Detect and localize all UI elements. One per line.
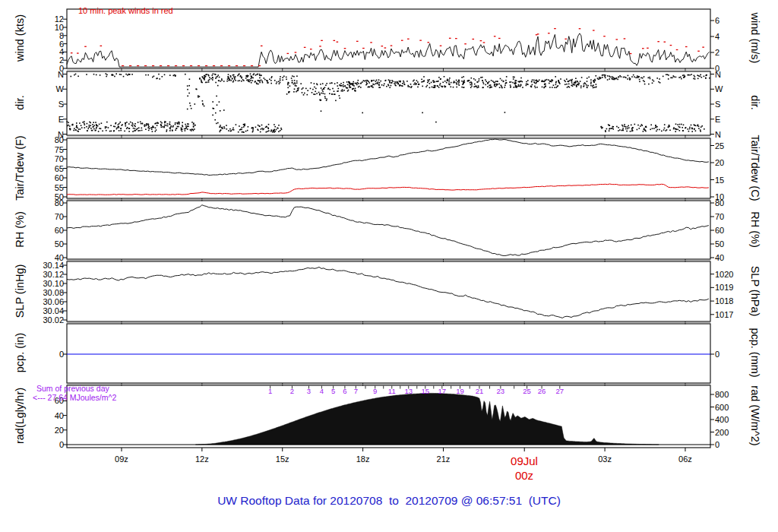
dir-dot (342, 89, 343, 90)
wind-peak-dash (243, 65, 245, 66)
dir-dot (511, 81, 512, 83)
left-tick-label-tair: 55 (29, 183, 64, 192)
dir-dot (510, 86, 511, 87)
dir-dot (514, 83, 516, 84)
dir-dot (668, 127, 669, 128)
dir-dot (155, 131, 157, 132)
dir-dot (282, 77, 283, 78)
dir-dot (259, 82, 261, 84)
mj-sum-label: 9 (368, 387, 382, 395)
wind-peak-dot (455, 38, 457, 39)
dir-dot (189, 103, 191, 104)
wind-peak-dot (310, 49, 312, 49)
dir-dot (378, 79, 380, 81)
dir-dot (70, 129, 71, 131)
dir-dot (215, 78, 217, 79)
dir-dot (167, 123, 169, 125)
dir-dot (555, 84, 557, 86)
dir-dot (250, 80, 251, 81)
dir-dot (705, 78, 707, 79)
dir-dot (590, 81, 592, 83)
dir-dot (288, 82, 289, 84)
dir-dot (574, 84, 576, 86)
dir-dot (226, 128, 228, 130)
dir-dot (166, 129, 168, 131)
dir-dot (458, 82, 460, 84)
dir-dot (383, 85, 384, 87)
dir-dot (221, 78, 223, 80)
dir-dot (346, 87, 347, 88)
dir-dot (440, 78, 441, 80)
dir-dot (135, 130, 137, 131)
dir-dot (134, 128, 136, 130)
dir-dot (261, 74, 262, 76)
dir-dot (663, 129, 665, 131)
dir-dot (93, 126, 94, 128)
dir-dot (255, 81, 256, 82)
dir-dot (487, 86, 489, 87)
dir-dot (86, 126, 87, 128)
dir-dot (146, 124, 147, 125)
dir-dot (106, 126, 107, 128)
dir-dot (670, 78, 672, 79)
dir-dot (220, 110, 221, 112)
dir-dot (169, 128, 171, 130)
dir-dot (343, 82, 344, 84)
dir-dot (423, 76, 425, 78)
dir-dot (434, 85, 435, 87)
dir-dot (682, 130, 684, 131)
dir-dot (599, 77, 600, 78)
wind-peak-dot (391, 45, 393, 46)
dir-dot (190, 105, 191, 106)
dir-dot (148, 125, 150, 127)
dir-dot (313, 93, 315, 95)
dir-dot (637, 129, 638, 131)
right-tick-label-rad: 800 (715, 390, 729, 399)
dir-dot (220, 81, 222, 82)
dir-dot (580, 85, 582, 87)
dir-dot (571, 82, 573, 84)
dir-dot (664, 128, 666, 129)
left-tick-label-rh: 60 (29, 226, 64, 235)
dir-dot (499, 87, 501, 88)
dir-dot (81, 127, 83, 128)
dir-dot (344, 86, 346, 87)
dir-dot (674, 76, 675, 78)
dir-dot (602, 74, 604, 76)
dir-dot (403, 81, 405, 83)
x-axis-label: 03z (588, 454, 621, 464)
dir-dot (273, 130, 274, 131)
dir-dot (96, 74, 97, 76)
dir-dot (128, 74, 130, 75)
dir-dot (153, 76, 155, 78)
dir-dot (689, 74, 691, 76)
dir-dot (590, 79, 592, 81)
dir-dot (378, 81, 379, 83)
wind-peak-dot (537, 33, 539, 34)
dir-dot (267, 82, 269, 84)
dir-dot (268, 130, 270, 131)
dir-dot (590, 85, 592, 87)
dir-dot (175, 122, 176, 124)
dir-dot (185, 125, 187, 127)
dir-dot (222, 128, 223, 129)
dir-dot (641, 125, 643, 126)
dir-dot (175, 129, 176, 131)
dir-dot (84, 121, 85, 122)
dir-dot (406, 81, 408, 82)
dir-dot (138, 128, 140, 129)
dir-dot (90, 128, 92, 129)
dir-dot (101, 122, 103, 124)
dir-dot (500, 78, 501, 80)
dir-dot (123, 76, 125, 78)
wind-peak-dash (182, 65, 185, 66)
dir-dot (340, 83, 342, 84)
dir-dot (125, 122, 126, 124)
dir-dot (261, 128, 262, 130)
dir-dot (515, 83, 517, 84)
dir-dot (438, 77, 440, 78)
dir-dot (161, 127, 163, 128)
dir-dot (389, 87, 391, 88)
dir-dot (233, 81, 235, 82)
dir-dot (691, 74, 692, 75)
